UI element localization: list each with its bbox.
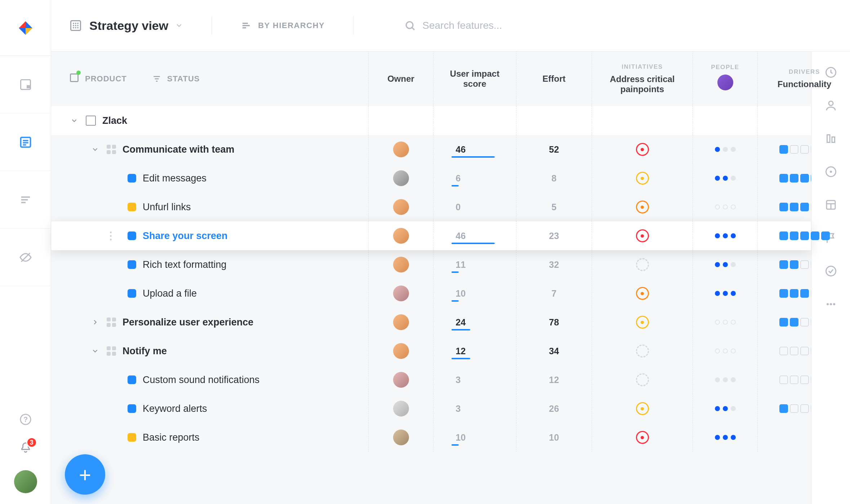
svg-point-19 xyxy=(73,25,74,26)
svg-point-17 xyxy=(75,23,76,24)
svg-point-16 xyxy=(73,23,74,24)
group-row[interactable]: Notify me 12 34 xyxy=(51,337,811,365)
initiative-ring[interactable] xyxy=(636,287,649,300)
svg-marker-2 xyxy=(26,28,32,35)
svg-point-22 xyxy=(73,27,74,28)
building-icon[interactable] xyxy=(824,132,837,145)
initiative-ring[interactable] xyxy=(636,316,649,329)
feature-color xyxy=(128,174,136,183)
product-row[interactable]: Zlack xyxy=(51,106,811,135)
feature-color xyxy=(128,375,136,384)
feature-row-selected[interactable]: Share your screen 46 23 xyxy=(51,221,811,250)
feature-color xyxy=(128,404,136,413)
chevron-right-icon[interactable] xyxy=(90,317,100,327)
svg-point-23 xyxy=(75,27,76,28)
filter-status[interactable]: STATUS xyxy=(152,74,200,84)
target-icon[interactable] xyxy=(824,165,837,178)
help-icon[interactable]: ? xyxy=(19,413,32,427)
chevron-down-icon[interactable] xyxy=(90,346,100,356)
svg-line-29 xyxy=(412,28,414,30)
svg-point-43 xyxy=(826,266,836,276)
initiative-ring[interactable] xyxy=(636,143,649,156)
more-icon[interactable] xyxy=(824,298,837,311)
people-dots[interactable] xyxy=(715,406,736,411)
feature-row[interactable]: Edit messages 6 8 xyxy=(51,164,811,193)
owner-avatar[interactable] xyxy=(393,257,409,273)
owner-avatar[interactable] xyxy=(393,285,409,301)
initiative-ring[interactable] xyxy=(636,201,649,213)
svg-rect-30 xyxy=(71,74,78,82)
svg-rect-4 xyxy=(27,85,30,88)
left-nav-item-doc[interactable] xyxy=(0,113,51,171)
people-dots[interactable] xyxy=(715,291,736,296)
svg-point-45 xyxy=(830,303,832,305)
group-icon xyxy=(107,346,116,356)
initiative-ring[interactable] xyxy=(636,229,649,242)
people-dots[interactable] xyxy=(715,204,736,210)
people-dots[interactable] xyxy=(715,262,736,267)
people-dots[interactable] xyxy=(715,320,736,325)
svg-marker-1 xyxy=(19,21,26,28)
add-button[interactable]: + xyxy=(65,454,105,495)
people-dots[interactable] xyxy=(715,147,736,152)
people-dots[interactable] xyxy=(715,176,736,181)
current-user-avatar[interactable] xyxy=(14,470,37,493)
feature-row[interactable]: Upload a file 10 7 xyxy=(51,279,811,308)
initiative-ring[interactable] xyxy=(636,172,649,185)
initiative-ring[interactable] xyxy=(636,345,649,357)
initiative-ring[interactable] xyxy=(636,373,649,386)
feature-row[interactable]: Rich text formatting 11 32 xyxy=(51,250,811,279)
owner-avatar[interactable] xyxy=(393,401,409,417)
people-dots[interactable] xyxy=(715,377,736,382)
drag-handle-icon[interactable] xyxy=(110,231,117,240)
initiative-ring[interactable] xyxy=(636,431,649,444)
owner-avatar[interactable] xyxy=(393,141,409,157)
people-dots[interactable] xyxy=(715,233,736,238)
owner-avatar[interactable] xyxy=(393,429,409,445)
app-logo[interactable] xyxy=(15,17,36,39)
owner-avatar[interactable] xyxy=(393,314,409,330)
svg-point-28 xyxy=(406,22,413,28)
svg-rect-37 xyxy=(832,137,835,143)
owner-avatar[interactable] xyxy=(393,228,409,244)
owner-avatar[interactable] xyxy=(393,343,409,359)
left-nav-item-list[interactable] xyxy=(0,171,51,229)
search-input[interactable] xyxy=(422,20,574,31)
left-nav: ? 3 xyxy=(0,0,51,504)
driver-boxes[interactable] xyxy=(779,231,830,240)
chevron-down-icon[interactable] xyxy=(90,144,100,154)
svg-point-46 xyxy=(833,303,835,305)
svg-point-18 xyxy=(77,23,79,24)
people-dots[interactable] xyxy=(715,348,736,354)
notifications-bell[interactable]: 3 xyxy=(19,441,32,456)
owner-avatar[interactable] xyxy=(393,199,409,215)
clock-icon[interactable] xyxy=(824,66,837,79)
calc-icon[interactable] xyxy=(824,198,837,211)
funnel-icon xyxy=(152,74,161,84)
left-nav-item-board[interactable] xyxy=(0,56,51,113)
check-circle-icon[interactable] xyxy=(824,265,837,278)
grid-icon xyxy=(69,19,82,32)
person-icon[interactable] xyxy=(824,99,837,112)
feature-color xyxy=(128,231,136,240)
feature-row[interactable]: Keyword alerts 3 26 xyxy=(51,394,811,423)
group-row[interactable]: Communicate with team 46 52 xyxy=(51,135,811,164)
filter-product[interactable]: PRODUCT xyxy=(69,73,127,85)
feature-row[interactable]: Unfurl links 0 5 xyxy=(51,193,811,221)
view-switcher[interactable]: Strategy view xyxy=(69,19,183,33)
svg-point-21 xyxy=(77,25,79,26)
people-dots[interactable] xyxy=(715,435,736,440)
owner-avatar[interactable] xyxy=(393,170,409,186)
feature-row[interactable]: Custom sound notifications 3 12 xyxy=(51,365,811,394)
notification-badge: 3 xyxy=(26,437,37,448)
owner-avatar[interactable] xyxy=(393,372,409,388)
chevron-down-icon[interactable] xyxy=(69,116,79,126)
search[interactable] xyxy=(404,20,574,31)
feature-color xyxy=(128,433,136,442)
feature-row[interactable]: Basic reports 10 10 xyxy=(51,423,811,452)
group-row[interactable]: Personalize user experience 24 78 xyxy=(51,308,811,337)
left-nav-item-hidden[interactable] xyxy=(0,229,51,286)
initiative-ring[interactable] xyxy=(636,258,649,271)
hierarchy-toggle[interactable]: BY HIERARCHY xyxy=(241,20,325,31)
initiative-ring[interactable] xyxy=(636,402,649,415)
